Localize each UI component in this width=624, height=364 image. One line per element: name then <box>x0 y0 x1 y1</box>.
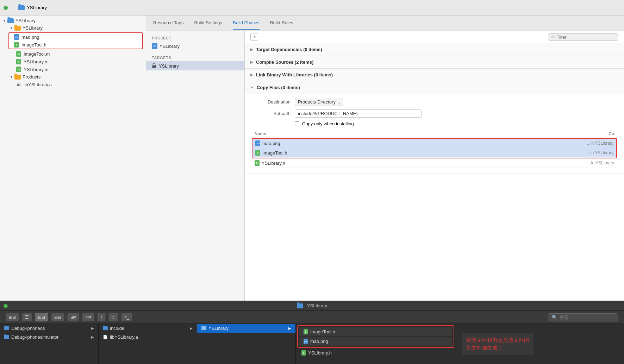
sidebar-root-label: YSLibrary <box>15 18 36 23</box>
build-toolbar: + ⚙ <box>245 31 624 43</box>
file-row-mao-png[interactable]: png mao.png ...in YSLibrary <box>252 139 616 148</box>
toolbar-btn-grid[interactable]: ⊞⊞ <box>6 313 19 321</box>
middle-section: PROJECT P YSLibrary TARGETS 🏛 YSLibrary <box>146 31 624 301</box>
phase-link-header[interactable]: ▶ Link Binary With Libraries (0 items) <box>245 69 624 81</box>
finder-item-debug-iphoneos[interactable]: Debug-iphoneos ▶ <box>0 324 98 333</box>
finder-imagetool-h-icon: h <box>304 329 308 334</box>
finder-imagetool-h-label: ImageTool.h <box>310 329 335 334</box>
targets-section-label: TARGETS <box>146 54 244 61</box>
sidebar-item-libyslibrary[interactable]: 🏛 libYSLibrary.a <box>0 81 146 88</box>
finder-item-imagetool-h[interactable]: h ImageTool.h <box>299 327 452 336</box>
finder-item-libyslibrary[interactable]: 📄 libYSLibrary.a <box>99 333 197 341</box>
m-file-icon: m <box>15 51 22 57</box>
red-outline-group: png mao.png h ImageTool.h <box>8 32 143 49</box>
yslibrary-h-location: ...in YSLibrary <box>588 161 614 165</box>
tab-build-rules[interactable]: Build Rules <box>270 17 293 30</box>
traffic-light-green[interactable] <box>4 6 8 10</box>
bottom-title-label: YSLibrary <box>307 303 327 308</box>
toolbar-btn-columns[interactable]: ⊟⊟ <box>35 313 48 321</box>
sidebar-item-products[interactable]: ▼ Products <box>0 73 146 81</box>
sidebar-item-imagetool-m[interactable]: m ImageTool.m <box>0 50 146 58</box>
annotation-line1: 资源文件和自定义源文件的 <box>466 337 529 343</box>
finder-col-3: YSLibrary ▶ <box>197 324 296 364</box>
toolbar-btn-link[interactable]: ⬭ <box>108 313 118 321</box>
tab-build-settings[interactable]: Build Settings <box>194 17 222 30</box>
mao-png-location: ...in YSLibrary <box>587 141 613 146</box>
tab-build-phases[interactable]: Build Phases <box>233 17 260 30</box>
destination-select[interactable]: Products Directory <box>295 98 343 106</box>
imagetool-h-name: ImageTool.h <box>262 150 585 156</box>
target-icon: 🏛 <box>152 63 157 69</box>
phase-chevron-3: ▼ <box>250 86 254 89</box>
project-item-name: YSLibrary <box>160 44 180 49</box>
toolbar-btn-share[interactable]: ↑ <box>97 313 106 321</box>
toolbar-btn-settings[interactable]: ⚙▾ <box>82 313 94 321</box>
subpath-label: Subpath <box>252 111 291 116</box>
bottom-right-red-outline: h ImageTool.h png mao.png <box>297 325 454 348</box>
sidebar-item-mao-png[interactable]: png mao.png <box>9 33 142 41</box>
filter-search-icon: ⚙ <box>551 34 555 39</box>
finder-debug-iphonesimulator-label: Debug-iphonesimulator <box>11 334 58 340</box>
tab-resource-tags[interactable]: Resource Tags <box>153 17 183 30</box>
finder-item-mao-png[interactable]: png mao.png <box>299 337 452 346</box>
sidebar-imagetool-m-label: ImageTool.m <box>24 51 50 57</box>
phase-copy-header[interactable]: ▼ Copy Files (3 items) <box>245 81 624 94</box>
project-panel: PROJECT P YSLibrary TARGETS 🏛 YSLibrary <box>146 31 245 301</box>
title-bar: YSLibrary <box>0 0 624 15</box>
sidebar-item-yslibrary-h[interactable]: h YSLibrary.h <box>0 58 146 65</box>
search-icon: 🔍 <box>552 315 557 320</box>
destination-label: Destination <box>252 99 291 105</box>
yslibrary-h-icon: h <box>15 59 22 64</box>
sidebar-item-imagetool-h[interactable]: h ImageTool.h <box>9 41 142 49</box>
finder-item-debug-iphonesimulator[interactable]: Debug-iphonesimulator ▶ <box>0 333 98 341</box>
project-section-label: PROJECT <box>146 34 244 42</box>
phase-target-dep-header[interactable]: ▶ Target Dependencies (0 items) <box>245 43 624 56</box>
bottom-search-input[interactable] <box>560 315 619 320</box>
phase-compile-header[interactable]: ▶ Compile Sources (2 items) <box>245 56 624 68</box>
yslibrary-m-icon: m <box>15 67 22 72</box>
subpath-input[interactable] <box>295 109 422 118</box>
root-folder-icon <box>7 18 14 23</box>
folder-debug-iphoneos-icon <box>4 326 9 330</box>
finder-item-include[interactable]: include ▶ <box>99 324 197 333</box>
sidebar-root[interactable]: ▼ YSLibrary <box>0 17 146 24</box>
annotation-line2: 头文件都生成了 <box>466 345 503 351</box>
filter-input[interactable] <box>556 34 615 40</box>
expand-triangle-2: ▼ <box>10 26 13 30</box>
finder-mao-png-label: mao.png <box>310 339 328 344</box>
project-item-yslibrary-target[interactable]: 🏛 YSLibrary <box>146 61 244 70</box>
arrow-debug-iphoneos: ▶ <box>91 326 94 330</box>
finder-col-2: include ▶ 📄 libYSLibrary.a <box>99 324 197 364</box>
lib-icon: 🏛 <box>15 82 22 87</box>
toolbar-btn-gallery[interactable]: ⊞⊟ <box>51 313 64 321</box>
phase-link-label: Link Binary With Libraries (0 items) <box>256 72 333 77</box>
title-project: YSLibrary <box>18 5 47 10</box>
title-label: YSLibrary <box>27 5 47 10</box>
toolbar-btn-group[interactable]: ⊞▾ <box>67 313 79 321</box>
bottom-traffic-light[interactable] <box>4 304 8 308</box>
add-phase-button[interactable]: + <box>250 33 258 41</box>
products-folder-icon <box>14 75 21 80</box>
finder-item-yslibrary-dir[interactable]: YSLibrary ▶ <box>197 324 295 333</box>
target-item-name: YSLibrary <box>159 63 179 69</box>
copy-only-checkbox[interactable] <box>295 121 299 126</box>
file-row-imagetool-h[interactable]: h ImageTool.h ...in YSLibrary <box>252 148 616 158</box>
sidebar-item-yslibrary-folder[interactable]: ▼ YSLibrary <box>0 24 146 32</box>
sidebar-item-yslibrary-m[interactable]: m YSLibrary.m <box>0 65 146 73</box>
file-row-yslibrary-h[interactable]: h YSLibrary.h ...in YSLibrary <box>252 158 617 168</box>
finder-item-yslibrary-h-bottom[interactable]: h YSLibrary.h <box>297 349 454 357</box>
project-folder-icon <box>18 5 25 10</box>
nav-tabs: Resource Tags Build Settings Build Phase… <box>146 15 624 31</box>
lib-file-icon: 📄 <box>103 335 108 339</box>
arrow-debug-iphonesimulator: ▶ <box>91 335 94 339</box>
phase-link-binary: ▶ Link Binary With Libraries (0 items) <box>245 69 624 81</box>
products-expand-triangle: ▼ <box>10 75 13 79</box>
toolbar-btn-list[interactable]: ☰ <box>22 313 32 321</box>
finder-debug-iphoneos-label: Debug-iphoneos <box>11 326 45 331</box>
highlighted-files-group: png mao.png ...in YSLibrary h ImageTool.… <box>252 138 617 158</box>
project-item-yslibrary-project[interactable]: P YSLibrary <box>146 42 244 51</box>
file-navigator: ▼ YSLibrary ▼ YSLibrary png mao.png <box>0 15 146 301</box>
toolbar-btn-terminal[interactable]: >_ <box>121 313 132 321</box>
yslibrary-h-name: YSLibrary.h <box>262 161 586 166</box>
png-file-icon: png <box>13 34 20 40</box>
